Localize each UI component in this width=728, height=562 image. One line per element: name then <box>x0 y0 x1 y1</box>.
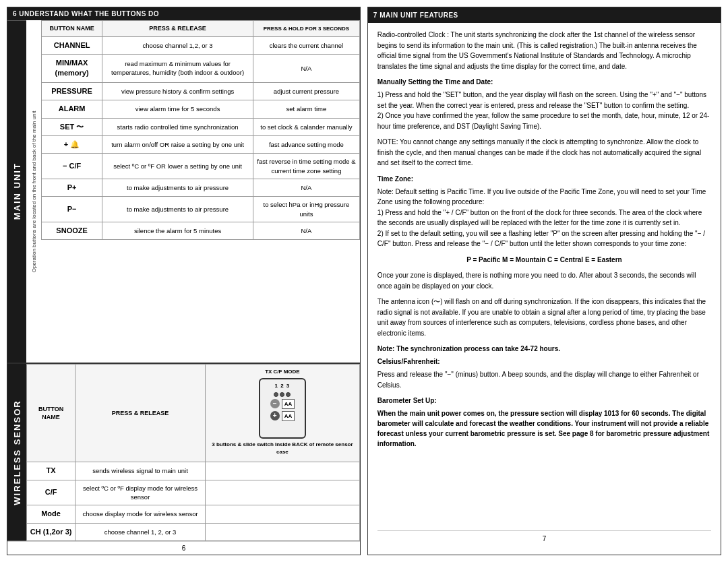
button-name-cell: PRESSURE <box>42 82 102 100</box>
wireless-hold-cell <box>205 480 359 505</box>
sensor-device-illustration: 1 2 3 − AA <box>259 378 306 439</box>
right-page-num-container: 7 <box>377 530 711 547</box>
wireless-label: WIRELESS SENSOR <box>7 364 26 541</box>
main-table-row: − C/Fselect ºC or ºF OR lower a setting … <box>42 154 360 179</box>
wireless-button-name-cell: CH (1,2or 3) <box>27 523 75 540</box>
wireless-hold-cell <box>205 505 359 523</box>
main-buttons-table: BUTTON NAME PRESS & RELEASE PRESS & HOLD… <box>41 20 360 240</box>
tx-cf-mode-label: TX C/F MODE <box>208 368 357 375</box>
right-heading: When the main unit power comes on, the p… <box>377 408 711 449</box>
press-release-cell: choose channel 1,2, or 3 <box>102 36 253 54</box>
button-name-cell: SET 〜 <box>42 118 102 135</box>
wireless-hold-cell <box>205 462 359 480</box>
col-header-press-hold: PRESS & HOLD FOR 3 SECONDS <box>253 21 359 37</box>
button-name-cell: + 🔔 <box>42 135 102 153</box>
button-name-cell: CHANNEL <box>42 36 102 54</box>
wireless-button-name-cell: C/F <box>27 480 75 505</box>
wireless-buttons-table: BUTTON NAME PRESS & RELEASE TX C/F MODE … <box>26 364 360 541</box>
main-table-container: BUTTON NAME PRESS & RELEASE PRESS & HOLD… <box>41 20 360 363</box>
main-table-row: SNOOZEsilence the alarm for 5 minutesN/A <box>42 222 360 239</box>
main-table-row: P−to make adjustments to air pressureto … <box>42 197 360 222</box>
button-name-cell: MIN/MAX (memory) <box>42 54 102 82</box>
press-hold-cell: N/A <box>253 179 359 196</box>
wireless-table-area: BUTTON NAME PRESS & RELEASE TX C/F MODE … <box>26 364 360 541</box>
button-name-cell: P− <box>42 197 102 222</box>
main-table-row: PRESSUREview pressure history & confirm … <box>42 82 360 100</box>
right-paragraph: Once your zone is displayed, there is no… <box>377 270 711 291</box>
right-panel: 7 MAIN UNIT FEATURES Radio-controlled Cl… <box>367 7 721 555</box>
wireless-button-name-cell: Mode <box>27 505 75 523</box>
right-paragraph: Radio-controlled Clock : The unit starts… <box>377 30 711 71</box>
sensor-aa-label-2: AA <box>282 411 295 421</box>
right-paragraph: The antenna icon (〜) will flash on and o… <box>377 296 711 338</box>
right-page-num: 7 <box>377 530 711 547</box>
wireless-press-release-cell: select ºC or ºF display mode for wireles… <box>75 480 206 505</box>
col-header-press-release: PRESS & RELEASE <box>102 21 253 37</box>
sensor-image: 1 2 3 − AA <box>208 375 357 458</box>
left-page-num: 6 <box>7 541 360 555</box>
right-heading: Note: The synchronization process can ta… <box>377 344 711 354</box>
right-paragraph: Note: Default setting is Pacific Time. I… <box>377 187 711 249</box>
right-heading: Celsius/Fahrenheit: <box>377 356 711 367</box>
press-hold-cell: set alarm time <box>253 100 359 118</box>
main-unit-sublabel: Operation buttons are located on the fro… <box>26 20 41 363</box>
sensor-dot-1 <box>274 392 278 397</box>
wireless-section: WIRELESS SENSOR BUTTON NAME PRESS & RELE… <box>7 363 360 541</box>
press-hold-cell: N/A <box>253 222 359 239</box>
button-name-cell: SNOOZE <box>42 222 102 239</box>
press-hold-cell: fast advance setting mode <box>253 135 359 153</box>
press-release-cell: to make adjustments to air pressure <box>102 179 253 196</box>
wireless-col-press: PRESS & RELEASE <box>75 365 206 462</box>
press-hold-cell: clears the current channel <box>253 36 359 54</box>
button-name-cell: P+ <box>42 179 102 196</box>
col-header-button-name: BUTTON NAME <box>42 21 102 37</box>
right-heading: Manually Setting the Time and Date: <box>377 77 711 87</box>
press-hold-cell: adjust current pressure <box>253 82 359 100</box>
right-paragraph: Press and release the "−" (minus) button… <box>377 369 711 390</box>
press-hold-cell: to set clock & calander manually <box>253 118 359 135</box>
press-release-cell: select ºC or ºF OR lower a setting by on… <box>102 154 253 179</box>
press-release-cell: to make adjustments to air pressure <box>102 197 253 222</box>
press-release-cell: read maximum & minimum values for temper… <box>102 54 253 82</box>
right-paragraph: NOTE: You cannot change any settings man… <box>377 137 711 168</box>
sensor-aa-label-1: AA <box>282 399 295 409</box>
button-name-cell: ALARM <box>42 100 102 118</box>
button-name-cell: − C/F <box>42 154 102 179</box>
main-table-row: MIN/MAX (memory)read maximum & minimum v… <box>42 54 360 82</box>
main-unit-label: MAIN UNIT <box>7 20 26 363</box>
press-release-cell: starts radio controlled time synchroniza… <box>102 118 253 135</box>
right-section-header: 7 MAIN UNIT FEATURES <box>368 7 721 23</box>
sensor-dot-2 <box>280 392 284 397</box>
wireless-table-row: CH (1,2or 3)choose channel 1, 2, or 3 <box>27 523 360 540</box>
wireless-col-mode: TX C/F MODE 1 2 3 <box>205 365 359 462</box>
right-paragraph: P = Pacific M = Mountain C = Central E =… <box>377 255 711 266</box>
wireless-col-btn: BUTTON NAME <box>27 365 75 462</box>
main-table-area: MAIN UNIT Operation buttons are located … <box>7 20 360 363</box>
main-table-row: CHANNELchoose channel 1,2, or 3clears th… <box>42 36 360 54</box>
right-paragraph: 1) Press and hold the "SET" button, and … <box>377 90 711 131</box>
sensor-caption: 3 buttons & slide switch Inside BACK of … <box>211 441 354 456</box>
press-hold-cell: to select hPa or inHg pressure units <box>253 197 359 222</box>
wireless-table-row: Modechoose display mode for wireless sen… <box>27 505 360 523</box>
sensor-dot-3 <box>286 392 291 397</box>
wireless-press-release-cell: sends wireless signal to main unit <box>75 462 206 480</box>
main-table-row: ALARMview alarm time for 5 secondsset al… <box>42 100 360 118</box>
right-heading: Time Zone: <box>377 174 711 184</box>
main-table-row: SET 〜starts radio controlled time synchr… <box>42 118 360 135</box>
sensor-minus-btn: − <box>270 399 280 408</box>
press-release-cell: view pressure history & confirm settings <box>102 82 253 100</box>
right-heading: Barometer Set Up: <box>377 396 711 406</box>
main-table-row: + 🔔turn alarm on/off OR raise a setting … <box>42 135 360 153</box>
wireless-hold-cell <box>205 523 359 540</box>
press-hold-cell: fast reverse in time setting mode & curr… <box>253 154 359 179</box>
press-release-cell: turn alarm on/off OR raise a setting by … <box>102 135 253 153</box>
right-text-section: Radio-controlled Clock : The unit starts… <box>377 30 711 451</box>
press-hold-cell: N/A <box>253 54 359 82</box>
sensor-plus-btn: + <box>270 411 280 420</box>
left-section-header: 6 UNDERSTAND WHAT THE BUTTONS DO <box>7 7 360 20</box>
wireless-press-release-cell: choose channel 1, 2, or 3 <box>75 523 206 540</box>
wireless-table-row: TXsends wireless signal to main unit <box>27 462 360 480</box>
wireless-table-row: C/Fselect ºC or ºF display mode for wire… <box>27 480 360 505</box>
left-panel: 6 UNDERSTAND WHAT THE BUTTONS DO MAIN UN… <box>7 7 361 555</box>
wireless-button-name-cell: TX <box>27 462 75 480</box>
